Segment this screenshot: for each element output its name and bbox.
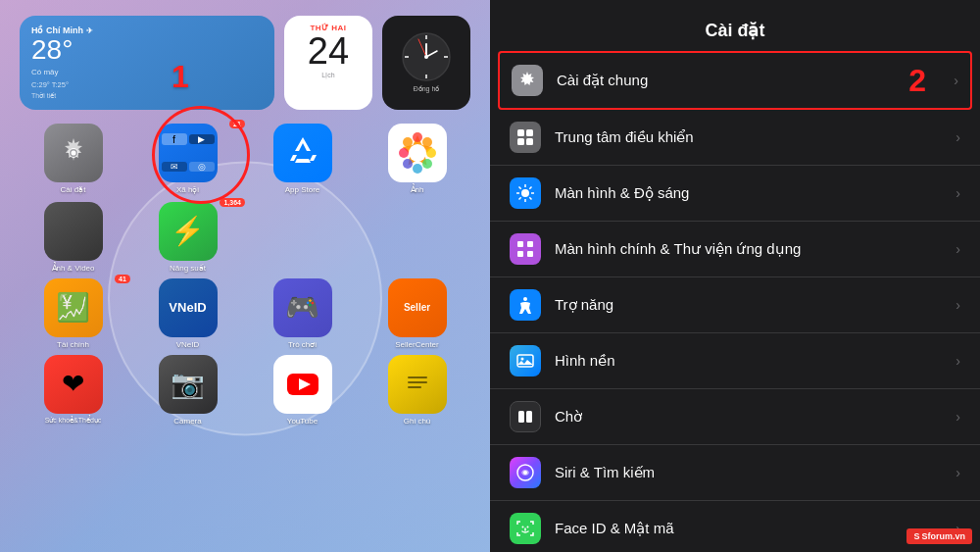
svg-point-55 bbox=[527, 527, 529, 528]
svg-line-42 bbox=[519, 197, 521, 199]
svg-rect-30 bbox=[517, 129, 524, 136]
app-settings[interactable]: Cài đặt bbox=[20, 124, 126, 194]
svg-point-16 bbox=[422, 159, 432, 169]
app-camera[interactable]: 📷 Camera bbox=[134, 355, 241, 426]
step-1-number: 1 bbox=[172, 59, 189, 95]
settings-item-faceid[interactable]: Face ID & Mật mã › bbox=[490, 501, 980, 552]
settings-header: Cài đặt bbox=[490, 0, 980, 51]
settings-display-label: Màn hình & Độ sáng bbox=[555, 184, 956, 202]
app-games[interactable]: 🎮 Trò chơi bbox=[249, 278, 356, 349]
settings-item-general[interactable]: Cài đặt chung 2 › bbox=[498, 51, 972, 110]
weather-widget[interactable]: Hồ Chí Minh ✈ 28° Có mây C:29° T:25° Thờ… bbox=[20, 16, 274, 110]
settings-general-chevron: › bbox=[954, 73, 958, 88]
photo-video-label: Ảnh & Video bbox=[52, 264, 95, 273]
calendar-widget[interactable]: THỨ HAI 24 Lịch bbox=[284, 16, 372, 110]
appstore-icon bbox=[273, 124, 332, 182]
camera-label: Camera bbox=[173, 417, 201, 426]
youtube-label: YouTube bbox=[287, 417, 318, 426]
photos-icon bbox=[388, 124, 447, 182]
phone-screen-content: 1 Hồ Chí Minh ✈ 28° Có mây C:29° T:25° T… bbox=[0, 0, 490, 552]
settings-standby-chevron: › bbox=[956, 409, 960, 425]
social-label: Xã hội bbox=[176, 185, 199, 194]
settings-title: Cài đặt bbox=[514, 20, 956, 41]
app-finance[interactable]: 💹 41 Tài chính bbox=[20, 278, 126, 349]
camera-icon: 📷 bbox=[159, 355, 218, 414]
app-social[interactable]: f ▶ ✉ ◎ 21 Xã hội bbox=[134, 124, 241, 194]
calendar-date: 24 bbox=[308, 32, 349, 70]
app-seller[interactable]: Seller SellerCenter bbox=[364, 278, 470, 349]
health-icon: ❤ bbox=[44, 355, 103, 414]
games-label: Trò chơi bbox=[288, 340, 317, 349]
clock-widget[interactable]: Đồng hồ bbox=[382, 16, 470, 110]
finance-label: Tài chính bbox=[57, 340, 89, 349]
settings-control-label: Trung tâm điều khiển bbox=[555, 128, 956, 146]
svg-point-18 bbox=[403, 159, 413, 169]
youtube-icon bbox=[273, 355, 332, 414]
svg-point-47 bbox=[523, 297, 527, 301]
settings-access-label: Trợ năng bbox=[555, 296, 956, 314]
settings-home-label: Màn hình chính & Thư viện ứng dụng bbox=[555, 240, 956, 258]
settings-item-standby[interactable]: Chờ › bbox=[490, 389, 980, 445]
seller-icon: Seller bbox=[388, 278, 447, 337]
vneid-label: VNeID bbox=[176, 340, 200, 349]
energy-badge: 1,364 bbox=[220, 198, 245, 207]
settings-item-homescreen[interactable]: Màn hình chính & Thư viện ứng dụng › bbox=[490, 222, 980, 277]
notes-icon bbox=[388, 355, 447, 414]
settings-siri-icon bbox=[510, 457, 541, 488]
settings-faceid-label: Face ID & Mật mã bbox=[555, 520, 956, 537]
settings-item-display[interactable]: Màn hình & Độ sáng › bbox=[490, 166, 980, 222]
settings-standby-label: Chờ bbox=[555, 408, 956, 426]
svg-line-40 bbox=[529, 197, 531, 199]
svg-rect-48 bbox=[517, 355, 533, 367]
settings-display-chevron: › bbox=[956, 185, 960, 201]
apps-grid-2: Ảnh & Video ⚡ 1,364 Năng suất bbox=[20, 202, 470, 273]
settings-wallpaper-chevron: › bbox=[956, 353, 960, 369]
settings-icon bbox=[44, 124, 103, 182]
app-appstore[interactable]: App Store bbox=[249, 124, 356, 194]
svg-rect-31 bbox=[526, 129, 533, 136]
photo-video-icon bbox=[44, 202, 103, 261]
settings-item-siri[interactable]: Siri & Tìm kiếm › bbox=[490, 445, 980, 501]
svg-rect-45 bbox=[517, 251, 523, 257]
appstore-label: App Store bbox=[285, 185, 320, 194]
settings-siri-label: Siri & Tìm kiếm bbox=[555, 464, 956, 481]
svg-rect-51 bbox=[526, 411, 532, 423]
app-health[interactable]: ❤ Sức khoẻ&Thểdục bbox=[20, 355, 126, 426]
app-photo-video[interactable]: Ảnh & Video bbox=[20, 202, 126, 273]
svg-rect-33 bbox=[526, 138, 533, 145]
svg-point-49 bbox=[521, 358, 524, 361]
svg-rect-50 bbox=[518, 411, 524, 423]
settings-item-accessibility[interactable]: Trợ năng › bbox=[490, 277, 980, 333]
svg-point-53 bbox=[523, 471, 527, 475]
app-photos[interactable]: Ảnh bbox=[364, 124, 470, 194]
settings-faceid-icon bbox=[510, 513, 541, 544]
settings-standby-icon bbox=[510, 401, 541, 432]
energy-icon: ⚡ bbox=[159, 202, 218, 261]
dock-row: ❤ Sức khoẻ&Thểdục 📷 Camera YouTube bbox=[20, 355, 470, 426]
settings-control-icon bbox=[510, 122, 541, 153]
apps-grid: Cài đặt f ▶ ✉ ◎ 21 Xã hội bbox=[20, 124, 470, 194]
svg-rect-28 bbox=[408, 386, 421, 388]
svg-rect-26 bbox=[408, 376, 427, 378]
forum-badge: S Sforum.vn bbox=[906, 528, 972, 544]
app-energy[interactable]: ⚡ 1,364 Năng suất bbox=[134, 202, 241, 273]
svg-point-54 bbox=[522, 527, 524, 528]
settings-item-control-center[interactable]: Trung tâm điều khiển › bbox=[490, 110, 980, 166]
svg-rect-43 bbox=[517, 241, 523, 247]
clock-face-svg bbox=[401, 31, 452, 82]
app-youtube[interactable]: YouTube bbox=[249, 355, 356, 426]
settings-home-icon bbox=[510, 233, 541, 265]
calendar-label: Lịch bbox=[321, 72, 334, 79]
settings-general-icon bbox=[512, 65, 543, 96]
app-notes[interactable]: Ghi chú bbox=[364, 355, 470, 426]
svg-point-34 bbox=[521, 189, 529, 197]
social-icon: f ▶ ✉ ◎ bbox=[159, 124, 218, 182]
app-vneid[interactable]: VNeID VNeID bbox=[134, 278, 241, 349]
settings-label: Cài đặt bbox=[61, 185, 86, 194]
settings-list: Cài đặt chung 2 › Trung tâm điều khiển › bbox=[490, 51, 980, 552]
vneid-icon: VNeID bbox=[159, 278, 218, 337]
svg-rect-44 bbox=[527, 241, 533, 247]
settings-item-wallpaper[interactable]: Hình nền › bbox=[490, 333, 980, 389]
svg-rect-32 bbox=[517, 138, 524, 145]
settings-home-chevron: › bbox=[956, 241, 960, 257]
